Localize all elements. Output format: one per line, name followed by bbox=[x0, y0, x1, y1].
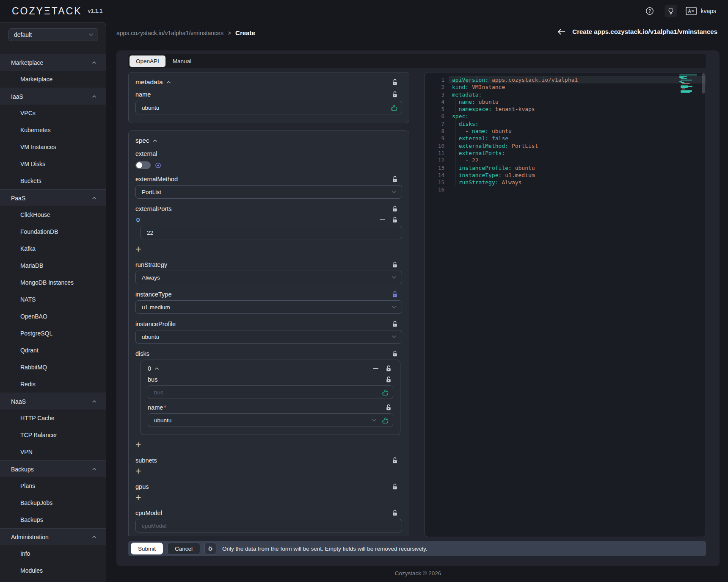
sidebar-item-modules[interactable]: Modules bbox=[0, 562, 106, 579]
collapse-caret-icon[interactable] bbox=[153, 139, 157, 142]
unlock-icon[interactable] bbox=[386, 376, 392, 383]
unlock-icon[interactable] bbox=[392, 216, 398, 223]
code-line[interactable]: - name: ubuntu bbox=[425, 127, 706, 135]
unlock-icon[interactable] bbox=[392, 91, 398, 98]
remove-item-icon[interactable] bbox=[373, 366, 379, 371]
lock-icon[interactable] bbox=[392, 291, 398, 298]
sidebar-item-nats[interactable]: NATS bbox=[0, 291, 106, 308]
sidebar-section-backups[interactable]: Backups bbox=[0, 460, 106, 477]
instanceProfile-select[interactable]: ubuntu bbox=[135, 330, 402, 344]
metadata-section-header[interactable]: metadata bbox=[135, 78, 171, 86]
code-line[interactable]: instanceType: u1.medium bbox=[425, 172, 706, 179]
gpus-add-button[interactable]: + bbox=[135, 493, 146, 503]
editor-scrollbar[interactable] bbox=[702, 73, 705, 94]
instanceType-select[interactable]: u1.medium bbox=[135, 300, 402, 314]
sidebar-item-redis[interactable]: Redis bbox=[0, 376, 106, 393]
name-input[interactable] bbox=[142, 105, 370, 111]
sidebar-item-backups[interactable]: Backups bbox=[0, 511, 106, 528]
sidebar-item-vpcs[interactable]: VPCs bbox=[0, 105, 106, 122]
cancel-button[interactable]: Cancel bbox=[167, 543, 200, 554]
unlock-icon[interactable] bbox=[392, 79, 398, 86]
code-line[interactable]: externalPorts: bbox=[425, 150, 706, 157]
debug-button[interactable] bbox=[204, 543, 216, 554]
thumbs-up-icon[interactable] bbox=[382, 417, 389, 424]
code-line[interactable]: spec: bbox=[425, 113, 706, 120]
sidebar-item-buckets[interactable]: Buckets bbox=[0, 172, 106, 189]
namespace-select[interactable]: default bbox=[8, 28, 98, 41]
sidebar-item-postgresql[interactable]: PostgreSQL bbox=[0, 325, 106, 342]
sidebar-item-rabbitmq[interactable]: RabbitMQ bbox=[0, 359, 106, 376]
code-line[interactable]: namespace: tenant-kvaps bbox=[425, 105, 706, 113]
reset-default-icon[interactable] bbox=[155, 162, 161, 169]
sidebar-item-qdrant[interactable]: Qdrant bbox=[0, 342, 106, 359]
sidebar-item-vpn[interactable]: VPN bbox=[0, 443, 106, 460]
sidebar-item-kubernetes[interactable]: Kubernetes bbox=[0, 122, 106, 139]
sidebar-item-vm-instances[interactable]: VM Instances bbox=[0, 139, 106, 155]
back-arrow-icon[interactable] bbox=[557, 28, 565, 35]
unlock-icon[interactable] bbox=[392, 205, 398, 212]
sidebar-item-mariadb[interactable]: MariaDB bbox=[0, 257, 106, 274]
unlock-icon[interactable] bbox=[392, 457, 398, 464]
help-button[interactable]: ? bbox=[643, 5, 656, 17]
disks-add-button[interactable]: + bbox=[135, 440, 146, 450]
externalPorts-add-button[interactable]: + bbox=[135, 244, 146, 255]
theme-toggle-button[interactable] bbox=[665, 5, 677, 17]
code-line[interactable]: disks: bbox=[425, 120, 706, 127]
sidebar-section-marketplace[interactable]: Marketplace bbox=[0, 54, 106, 71]
sidebar-item-mongodb-instances[interactable]: MongoDB Instances bbox=[0, 274, 106, 291]
bus-input[interactable] bbox=[154, 389, 364, 396]
sidebar-item-tcp-balancer[interactable]: TCP Balancer bbox=[0, 427, 106, 443]
unlock-icon[interactable] bbox=[392, 321, 398, 327]
externalMethod-select[interactable]: PortList bbox=[135, 185, 402, 199]
tab-manual[interactable]: Manual bbox=[166, 55, 198, 67]
breadcrumb-path[interactable]: apps.cozystack.io/v1alpha1/vminstances bbox=[116, 30, 223, 36]
collapse-caret-icon[interactable] bbox=[166, 80, 171, 84]
thumbs-up-icon[interactable] bbox=[391, 105, 397, 111]
spec-section-header[interactable]: spec bbox=[135, 137, 402, 144]
sidebar-section-naas[interactable]: NaaS bbox=[0, 393, 106, 410]
tab-openapi[interactable]: OpenAPI bbox=[130, 55, 165, 67]
user-menu[interactable]: A kvaps bbox=[686, 7, 716, 15]
code-line[interactable]: externalMethod: PortList bbox=[425, 142, 706, 150]
sidebar-item-vm-disks[interactable]: VM Disks bbox=[0, 155, 106, 172]
externalPorts-input[interactable] bbox=[147, 230, 371, 236]
editor-minimap[interactable] bbox=[679, 75, 699, 95]
sidebar-item-http-cache[interactable]: HTTP Cache bbox=[0, 410, 106, 427]
runStrategy-select[interactable]: Always bbox=[135, 271, 402, 284]
sidebar-item-plans[interactable]: Plans bbox=[0, 477, 106, 494]
thumbs-up-icon[interactable] bbox=[382, 389, 389, 396]
code-line[interactable]: runStrategy: Always bbox=[425, 179, 706, 186]
unlock-icon[interactable] bbox=[392, 261, 398, 268]
sidebar-section-iaas[interactable]: IaaS bbox=[0, 88, 106, 105]
disk-name-select[interactable]: ubuntu bbox=[148, 413, 393, 427]
code-line[interactable]: name: ubuntu bbox=[425, 98, 706, 105]
sidebar-item-foundationdb[interactable]: FoundationDB bbox=[0, 223, 106, 240]
unlock-icon[interactable] bbox=[386, 404, 392, 411]
yaml-editor[interactable]: 12345678910111213141516 apiVersion: apps… bbox=[425, 72, 706, 537]
unlock-icon[interactable] bbox=[386, 365, 392, 372]
unlock-icon[interactable] bbox=[392, 350, 398, 357]
code-line[interactable]: metadata: bbox=[425, 91, 706, 98]
editor-code[interactable]: apiVersion: apps.cozystack.io/v1alpha1ki… bbox=[425, 76, 706, 194]
code-line[interactable]: apiVersion: apps.cozystack.io/v1alpha1 bbox=[425, 76, 706, 83]
code-line[interactable]: instanceProfile: ubuntu bbox=[425, 164, 706, 172]
sidebar-item-backupjobs[interactable]: BackupJobs bbox=[0, 494, 106, 511]
sidebar-item-marketplace[interactable]: Marketplace bbox=[0, 71, 106, 88]
cpuModel-input[interactable] bbox=[142, 523, 370, 529]
unlock-icon[interactable] bbox=[392, 483, 398, 490]
unlock-icon[interactable] bbox=[392, 176, 398, 183]
sidebar-item-kafka[interactable]: Kafka bbox=[0, 240, 106, 257]
subnets-add-button[interactable]: + bbox=[135, 466, 146, 477]
submit-button[interactable]: Submit bbox=[131, 543, 163, 554]
code-line[interactable] bbox=[425, 186, 706, 193]
external-toggle[interactable] bbox=[135, 161, 151, 169]
code-line[interactable]: external: false bbox=[425, 135, 706, 142]
sidebar-item-clickhouse[interactable]: ClickHouse bbox=[0, 206, 106, 223]
remove-item-icon[interactable] bbox=[379, 217, 385, 223]
unlock-icon[interactable] bbox=[392, 510, 398, 516]
sidebar-item-info[interactable]: Info bbox=[0, 545, 106, 562]
sidebar-section-administration[interactable]: Administration bbox=[0, 528, 106, 545]
collapse-caret-icon[interactable] bbox=[154, 367, 159, 370]
sidebar-item-openbao[interactable]: OpenBAO bbox=[0, 308, 106, 325]
code-line[interactable]: kind: VMInstance bbox=[425, 83, 706, 91]
